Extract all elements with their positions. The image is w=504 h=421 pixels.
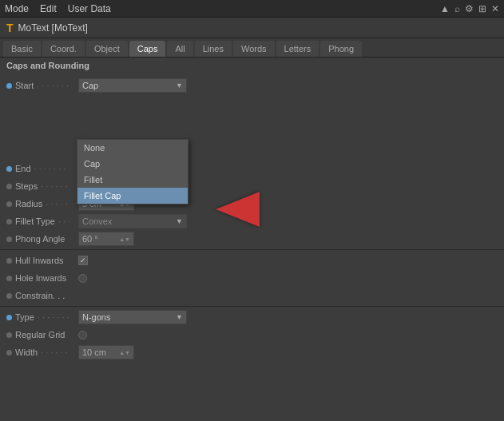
arrow-icon: ▲ xyxy=(440,3,450,14)
width-dot xyxy=(6,350,12,355)
end-steps-dot xyxy=(6,184,12,189)
tab-bar: Basic Coord. Object Caps All Lines Words… xyxy=(0,38,504,58)
width-spinbox[interactable]: 10 cm ▲▼ xyxy=(78,345,134,359)
menu-bar-icons: ▲ ⌕ ⚙ ⊞ ✕ xyxy=(440,3,499,14)
title-icon: T xyxy=(6,22,14,34)
start-label: Start · · · · · · · xyxy=(6,81,78,90)
grid-icon[interactable]: ⊞ xyxy=(478,3,486,14)
hull-inwards-row: Hull Inwards xyxy=(0,252,504,269)
width-dots: · · · · · · xyxy=(41,348,68,357)
tab-caps[interactable]: Caps xyxy=(129,41,166,57)
start-dropdown-value: Cap xyxy=(82,81,98,90)
end-label: End · · · · · · · xyxy=(6,164,78,173)
type-value: N-gons xyxy=(82,312,110,322)
hole-inwards-dot xyxy=(6,276,12,281)
hull-inwards-checkbox[interactable] xyxy=(78,256,88,265)
arrow-indicator xyxy=(216,192,260,227)
regular-grid-row: Regular Grid xyxy=(0,326,504,344)
close-icon[interactable]: ✕ xyxy=(491,3,499,14)
width-value: 10 cm xyxy=(82,348,106,357)
hole-inwards-checkbox[interactable] xyxy=(78,274,87,283)
settings-icon[interactable]: ⚙ xyxy=(465,3,474,14)
hole-inwards-label: Hole Inwards xyxy=(6,273,78,283)
menu-bar: Mode Edit User Data ▲ ⌕ ⚙ ⊞ ✕ xyxy=(0,0,504,18)
start-dot xyxy=(6,83,12,89)
fillet-type-arrow: ▼ xyxy=(176,217,183,225)
fillet-type-value: Convex xyxy=(82,216,112,226)
type-dots: · · · · · · · xyxy=(38,312,69,322)
type-dot xyxy=(6,315,12,320)
regular-grid-checkbox[interactable] xyxy=(78,331,87,340)
tab-letters[interactable]: Letters xyxy=(276,41,319,57)
regular-grid-label: Regular Grid xyxy=(6,330,78,340)
tab-words[interactable]: Words xyxy=(233,41,275,57)
constrain-row: Constrain. . . xyxy=(0,287,504,304)
tab-coord[interactable]: Coord. xyxy=(42,41,85,57)
constrain-label: Constrain. . . xyxy=(6,291,78,300)
arrow-shape xyxy=(216,192,260,227)
fillet-type-dropdown[interactable]: Convex ▼ xyxy=(78,214,187,228)
dropdown-none[interactable]: None xyxy=(77,140,188,156)
start-row: Start · · · · · · · Cap ▼ xyxy=(0,77,504,94)
tab-basic[interactable]: Basic xyxy=(3,41,41,57)
phong-angle-spinbox[interactable]: 60 ° ▲▼ xyxy=(78,232,134,246)
search-icon[interactable]: ⌕ xyxy=(454,3,460,14)
type-arrow: ▼ xyxy=(176,313,183,321)
hull-inwards-dot xyxy=(6,258,12,264)
start-dropdown[interactable]: Cap ▼ xyxy=(78,78,187,93)
phong-angle-value: 60 ° xyxy=(82,234,98,244)
section-header: Caps and Rounding xyxy=(0,58,504,73)
end-steps-label: Steps · · · · · · xyxy=(6,181,78,191)
tab-lines[interactable]: Lines xyxy=(195,41,232,57)
dropdown-cap[interactable]: Cap xyxy=(77,156,188,172)
tab-object[interactable]: Object xyxy=(86,41,128,57)
start-dropdown-arrow: ▼ xyxy=(176,81,183,89)
tab-all[interactable]: All xyxy=(167,41,192,57)
end-dots: · · · · · · · xyxy=(34,164,66,173)
fillet-type-label: Fillet Type · · · xyxy=(6,216,78,226)
phong-angle-dot xyxy=(6,236,12,242)
end-radius-dots: · · · · · xyxy=(46,199,68,209)
constrain-dot xyxy=(6,293,12,299)
width-arrows: ▲▼ xyxy=(119,350,130,355)
menu-mode[interactable]: Mode xyxy=(5,3,29,14)
dropdown-fillet-cap[interactable]: Fillet Cap xyxy=(77,188,188,204)
hull-inwards-label: Hull Inwards xyxy=(6,256,78,265)
fillet-type-dot xyxy=(6,219,12,224)
dropdown-fillet[interactable]: Fillet xyxy=(77,172,188,188)
end-row: End · · · · · · · xyxy=(0,160,504,177)
content-area: Start · · · · · · · Cap ▼ None Cap Fille… xyxy=(0,73,504,364)
end-radius-label: Radius · · · · · xyxy=(6,199,78,209)
phong-angle-arrows: ▲▼ xyxy=(119,236,130,242)
end-steps-dots: · · · · · · xyxy=(41,181,68,191)
start-dots: · · · · · · · xyxy=(37,81,69,90)
hole-inwards-row: Hole Inwards xyxy=(0,269,504,287)
type-label: Type · · · · · · · xyxy=(6,312,78,322)
phong-angle-label: Phong Angle xyxy=(6,234,78,244)
fillet-type-dots: · · · xyxy=(58,216,70,226)
start-dropdown-menu: None Cap Fillet Fillet Cap xyxy=(77,139,189,205)
end-radius-dot xyxy=(6,201,12,207)
tab-phong[interactable]: Phong xyxy=(320,41,362,57)
menu-userdata[interactable]: User Data xyxy=(68,3,111,14)
end-dot xyxy=(6,166,12,172)
regular-grid-dot xyxy=(6,332,12,338)
phong-angle-row: Phong Angle 60 ° ▲▼ xyxy=(0,230,504,248)
menu-edit[interactable]: Edit xyxy=(40,3,57,14)
width-row: Width · · · · · · 10 cm ▲▼ xyxy=(0,344,504,361)
title-bar: T MoText [MoText] xyxy=(0,18,504,38)
width-label: Width · · · · · · xyxy=(6,348,78,357)
type-dropdown[interactable]: N-gons ▼ xyxy=(78,310,187,324)
type-row: Type · · · · · · · N-gons ▼ xyxy=(0,308,504,326)
title-text: MoText [MoText] xyxy=(18,22,88,34)
